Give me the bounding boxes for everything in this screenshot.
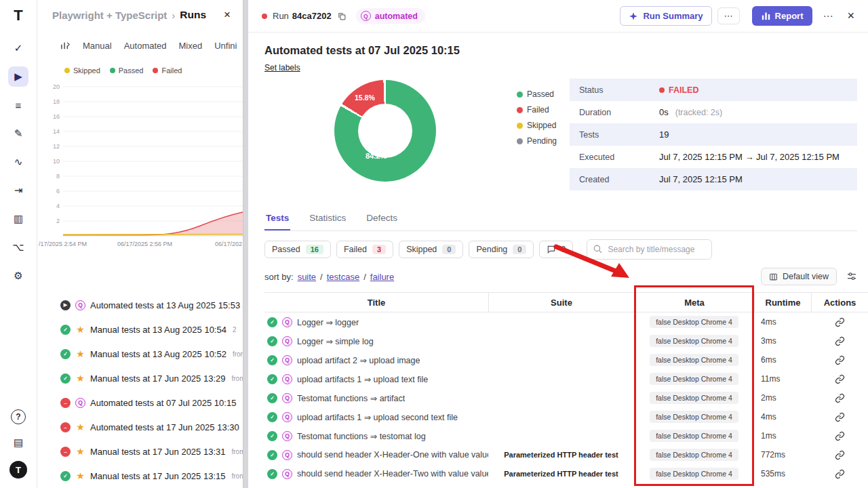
- run-list-item[interactable]: – ★ Automated tests at 17 Jun 2025 13:30: [37, 415, 243, 439]
- run-summary-button[interactable]: Run Summary: [620, 6, 711, 26]
- panel-divider[interactable]: [243, 0, 248, 488]
- tab-manual[interactable]: Manual: [83, 41, 112, 51]
- column-settings-icon[interactable]: [846, 271, 857, 282]
- sidebar-item-compose[interactable]: ✎: [8, 123, 28, 144]
- copy-icon[interactable]: [337, 12, 347, 21]
- sidebar-item-pulse[interactable]: ∿: [8, 152, 28, 172]
- sort-by-failure-link[interactable]: failure: [370, 272, 394, 282]
- more-options-button-2[interactable]: ⋯: [818, 7, 837, 25]
- close-icon[interactable]: ×: [843, 7, 859, 24]
- sidebar-item-tasks[interactable]: ✓: [8, 38, 28, 58]
- created-value: Jul 7, 2025 12:15 PM: [659, 174, 743, 184]
- branch-icon: ⌥: [12, 241, 24, 253]
- table-row[interactable]: ✓Qshould send header X-Header-One with v…: [264, 445, 868, 464]
- avatar[interactable]: T: [9, 461, 27, 479]
- link-icon[interactable]: [835, 374, 845, 384]
- run-list-item[interactable]: – ★ Manual tests at 17 Jun 2025 13:31 fr…: [37, 439, 243, 464]
- tab-tests[interactable]: Tests: [264, 209, 290, 230]
- table-row[interactable]: ✓Qupload artifacts 1 ⇒ upload text file …: [264, 369, 868, 388]
- table-row[interactable]: ✓QLogger ⇒ logger false Desktop Chrome 4…: [264, 312, 868, 331]
- link-icon[interactable]: [835, 336, 845, 346]
- table-row[interactable]: ✓Qshould send header X-Header-Two with v…: [264, 464, 868, 483]
- automated-q-icon: Q: [282, 374, 292, 384]
- sort-by-testcase-link[interactable]: testcase: [327, 272, 359, 282]
- tab-unfinished[interactable]: Unfini: [214, 41, 237, 51]
- svg-text:10: 10: [53, 158, 60, 165]
- link-icon[interactable]: [835, 317, 845, 327]
- passed-dot: [517, 92, 523, 98]
- chip-failed[interactable]: Failed3: [336, 241, 393, 258]
- run-status-dot: [262, 14, 267, 19]
- svg-text:/17/2025 2:54 PM: /17/2025 2:54 PM: [39, 241, 87, 247]
- legend-skipped: Skipped: [517, 121, 557, 130]
- tab-mixed[interactable]: Mixed: [179, 41, 203, 51]
- chip-passed[interactable]: Passed16: [264, 241, 331, 258]
- chip-skipped[interactable]: Skipped0: [399, 241, 463, 258]
- manual-burst-icon: ★: [75, 349, 85, 359]
- table-row[interactable]: ✓Qupload artifacts 1 ⇒ upload second tex…: [264, 407, 868, 426]
- chip-comments[interactable]: 3: [539, 241, 573, 258]
- sidebar-bottom: ? ▤ T: [8, 409, 28, 479]
- docs-icon[interactable]: ▤: [8, 432, 28, 453]
- report-button[interactable]: Report: [752, 6, 813, 26]
- test-runtime: 11ms: [754, 374, 811, 384]
- table-row[interactable]: ✓QTestomat functions ⇒ artifact false De…: [264, 388, 868, 407]
- legend-passed: Passed: [517, 89, 557, 99]
- link-icon[interactable]: [835, 469, 845, 479]
- table-row[interactable]: ✓Qupload artifact 2 ⇒ upload image false…: [264, 350, 868, 369]
- test-suite: Parameterized HTTP header test: [488, 451, 634, 459]
- run-list-item-selected[interactable]: – Q Automated tests at 07 Jul 2025 10:15: [37, 390, 243, 415]
- run-list-item[interactable]: ✓ ★ Manual tests at 17 Jun 2025 13:29 fr…: [37, 366, 243, 390]
- drawer-actions: Run Summary ⋯ Report ⋯ ×: [620, 6, 859, 26]
- run-list-item[interactable]: ✓ ★ Manual tests at 13 Aug 2025 10:52 fr…: [37, 342, 243, 366]
- link-icon[interactable]: [835, 393, 845, 403]
- search-input[interactable]: [587, 239, 712, 260]
- link-icon[interactable]: [835, 412, 845, 422]
- running-status-icon: ▶: [60, 300, 71, 310]
- tab-statistics[interactable]: Statistics: [308, 209, 347, 230]
- sidebar-item-branches[interactable]: ⌥: [8, 237, 28, 258]
- run-info-table: Status FAILED Duration 0s(tracked: 2s) T…: [570, 79, 857, 190]
- pulse-icon: ∿: [14, 156, 23, 168]
- sidebar-item-settings[interactable]: ⚙: [8, 266, 28, 286]
- automated-badge[interactable]: Q automated: [356, 8, 425, 24]
- close-icon[interactable]: ×: [221, 7, 233, 23]
- meta-badge: false Desktop Chrome 4: [650, 430, 738, 442]
- manual-burst-icon: ★: [75, 373, 85, 384]
- automated-q-icon: Q: [282, 431, 292, 441]
- more-options-button[interactable]: ⋯: [717, 7, 740, 24]
- set-labels-link[interactable]: Set labels: [264, 63, 300, 73]
- run-list-item[interactable]: ▶ Q Automated tests at 13 Aug 2025 15:53: [37, 293, 243, 317]
- automated-q-icon: Q: [282, 393, 292, 403]
- table-row[interactable]: ✓QLogger ⇒ simple log false Desktop Chro…: [264, 331, 868, 350]
- header-suite[interactable]: Suite: [488, 293, 634, 312]
- sort-by-suite-link[interactable]: suite: [298, 272, 316, 282]
- test-runtime: 1ms: [754, 431, 811, 441]
- import-icon: ⇥: [14, 184, 23, 197]
- header-meta[interactable]: Meta: [634, 293, 754, 312]
- sidebar-item-import[interactable]: ⇥: [8, 180, 28, 201]
- test-title: Logger ⇒ logger: [297, 317, 359, 327]
- help-icon[interactable]: ?: [11, 409, 26, 424]
- link-icon[interactable]: [835, 355, 845, 365]
- sidebar-item-suites[interactable]: ≡: [8, 95, 28, 115]
- link-icon[interactable]: [835, 450, 845, 460]
- table-header: Title Suite Meta Runtime Actions: [264, 292, 868, 312]
- table-row[interactable]: ✓QTestomat functions ⇒ testomat log fals…: [264, 426, 868, 445]
- chip-pending[interactable]: Pending0: [469, 241, 534, 258]
- sidebar-item-analytics[interactable]: ▥: [8, 209, 28, 229]
- header-actions[interactable]: Actions: [811, 293, 868, 312]
- manual-burst-icon: ★: [75, 447, 85, 457]
- header-runtime[interactable]: Runtime: [754, 293, 811, 312]
- breadcrumb-project[interactable]: Playwright + TypeScript: [52, 9, 167, 21]
- skipped-dot: [64, 68, 70, 73]
- run-list-item[interactable]: ✓ ★ Manual tests at 17 Jun 2025 13:15 fr…: [37, 464, 243, 488]
- header-title[interactable]: Title: [264, 298, 488, 308]
- tab-automated[interactable]: Automated: [124, 41, 167, 51]
- chart-filter-icon[interactable]: [60, 41, 71, 51]
- sidebar-item-runs[interactable]: ▶: [8, 66, 28, 87]
- run-list-item[interactable]: ✓ ★ Manual tests at 13 Aug 2025 10:54 2: [37, 317, 243, 342]
- link-icon[interactable]: [835, 431, 845, 441]
- tab-defects[interactable]: Defects: [365, 209, 399, 230]
- default-view-button[interactable]: Default view: [761, 268, 837, 285]
